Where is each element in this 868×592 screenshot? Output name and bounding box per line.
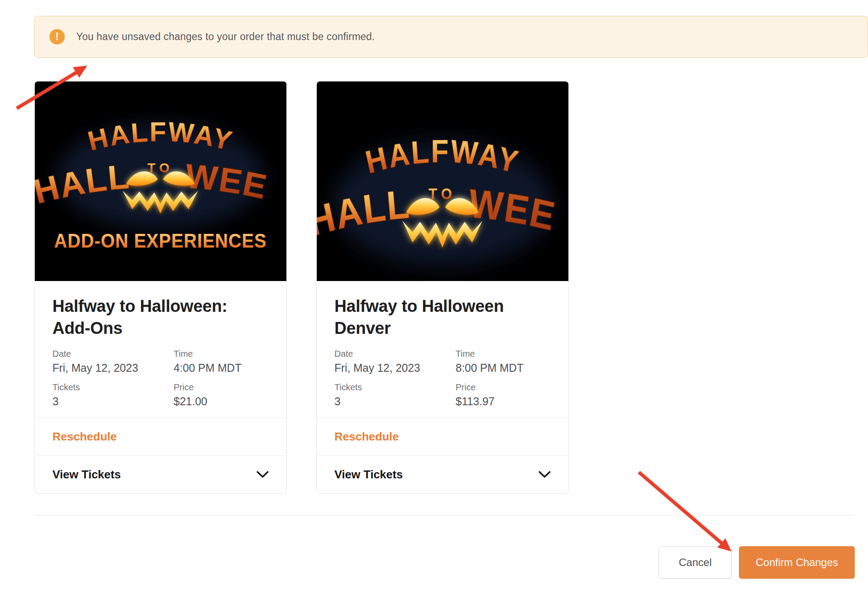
field-label: Price: [174, 382, 269, 392]
banner-message: You have unsaved changes to your order t…: [76, 31, 375, 43]
field-value: 3: [52, 395, 174, 408]
field-tickets: Tickets 3: [52, 382, 174, 408]
field-label: Tickets: [52, 382, 174, 392]
field-label: Date: [52, 349, 174, 359]
order-item-card-addons: HALFWAY TO HALL WEEN ADD-ON EXPERIENCES: [34, 81, 287, 494]
alert-icon: !: [49, 29, 65, 44]
order-items: HALFWAY TO HALL WEEN ADD-ON EXPERIENCES: [34, 81, 868, 494]
card-body: Halfway to Halloween: Add-Ons Date Fri, …: [35, 281, 286, 418]
field-value: $113.97: [456, 395, 551, 408]
confirm-changes-button[interactable]: Confirm Changes: [739, 546, 855, 579]
footer-actions: Cancel Confirm Changes: [34, 546, 855, 579]
field-date: Date Fri, May 12, 2023: [334, 349, 456, 374]
field-price: Price $21.00: [174, 382, 269, 408]
logo-line-to: TO: [429, 185, 456, 202]
field-value: $21.00: [174, 395, 269, 408]
event-title: Halfway to Halloween: Add-Ons: [52, 295, 269, 339]
chevron-down-icon: [256, 471, 269, 478]
poster-image: HALFWAY TO HALL WEEN ADD-ON EXPERIENCES: [35, 81, 286, 281]
field-label: Time: [174, 349, 269, 359]
logo-line-to: TO: [148, 160, 174, 175]
field-price: Price $113.97: [456, 382, 551, 408]
event-fields: Date Fri, May 12, 2023 Time 8:00 PM MDT …: [334, 349, 551, 408]
view-tickets-label: View Tickets: [52, 468, 121, 481]
field-value: 3: [334, 395, 456, 408]
field-value: 4:00 PM MDT: [174, 362, 269, 374]
order-edit-page: ! You have unsaved changes to your order…: [0, 16, 868, 592]
poster-image: HALFWAY TO HALL WEEN: [317, 81, 568, 281]
unsaved-changes-banner: ! You have unsaved changes to your order…: [34, 16, 868, 58]
chevron-down-icon: [538, 471, 551, 478]
poster-subtitle: ADD-ON EXPERIENCES: [54, 230, 267, 252]
view-tickets-toggle[interactable]: View Tickets: [35, 455, 286, 493]
reschedule-link[interactable]: Reschedule: [35, 418, 286, 455]
field-value: 8:00 PM MDT: [456, 362, 551, 374]
event-fields: Date Fri, May 12, 2023 Time 4:00 PM MDT …: [52, 349, 269, 408]
card-body: Halfway to Halloween Denver Date Fri, Ma…: [317, 281, 568, 418]
footer-divider: [34, 515, 855, 515]
reschedule-link[interactable]: Reschedule: [317, 418, 568, 455]
cancel-button[interactable]: Cancel: [659, 546, 732, 579]
event-title: Halfway to Halloween Denver: [334, 295, 551, 339]
field-value: Fri, May 12, 2023: [52, 362, 174, 374]
field-tickets: Tickets 3: [334, 382, 456, 408]
field-label: Date: [334, 349, 456, 359]
field-label: Time: [456, 349, 551, 359]
field-label: Price: [456, 382, 551, 392]
view-tickets-toggle[interactable]: View Tickets: [317, 455, 568, 493]
view-tickets-label: View Tickets: [334, 468, 403, 481]
order-item-card-denver: HALFWAY TO HALL WEEN Halfway to Hallowee…: [316, 81, 569, 494]
field-label: Tickets: [334, 382, 456, 392]
field-date: Date Fri, May 12, 2023: [52, 349, 174, 374]
field-value: Fri, May 12, 2023: [334, 362, 456, 374]
field-time: Time 8:00 PM MDT: [456, 349, 551, 374]
field-time: Time 4:00 PM MDT: [174, 349, 269, 374]
